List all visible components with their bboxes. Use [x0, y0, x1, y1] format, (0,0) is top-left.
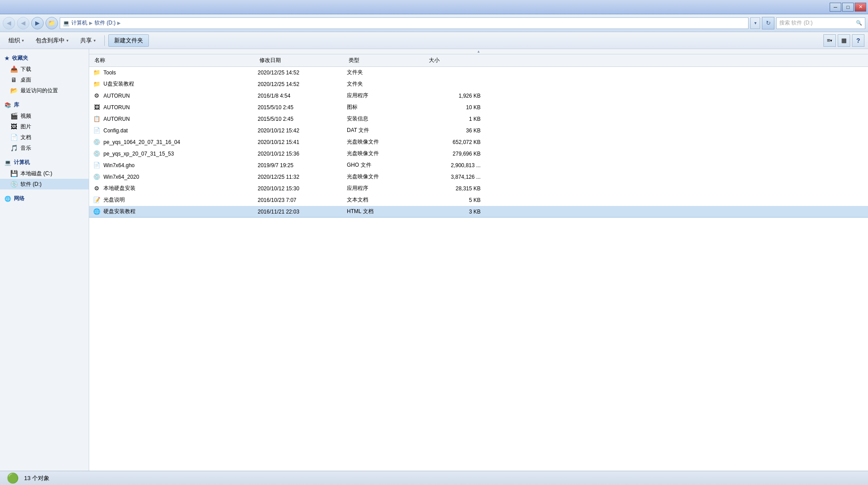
file-cell-date: 2016/11/21 22:03 — [258, 209, 347, 215]
minimize-button[interactable]: ─ — [830, 3, 841, 12]
file-row[interactable]: 📄 Config.dat 2020/10/12 15:42 DAT 文件 36 … — [89, 125, 868, 136]
view-dropdown-icon: ▾ — [830, 38, 832, 43]
sidebar-item-drive-d[interactable]: 💿软件 (D:) — [0, 179, 89, 189]
file-cell-name: 📁 Tools — [93, 69, 258, 77]
file-cell-size: 10 KB — [427, 104, 481, 111]
file-row[interactable]: 📋 AUTORUN 2015/5/10 2:45 安装信息 1 KB — [89, 113, 868, 125]
file-name: U盘安装教程 — [103, 80, 134, 88]
address-path[interactable]: 💻 计算机 ▶ 软件 (D:) ▶ — [60, 17, 749, 29]
sidebar-section-header-computer[interactable]: 💻计算机 — [0, 157, 89, 168]
column-headers: 名称 修改日期 类型 大小 — [89, 54, 868, 67]
sidebar-section-computer: 💻计算机💾本地磁盘 (C:)💿软件 (D:) — [0, 157, 89, 189]
organize-label: 组织 — [8, 37, 20, 45]
file-row[interactable]: 💿 Win7x64_2020 2020/12/25 11:32 光盘映像文件 3… — [89, 171, 868, 183]
sidebar-section-header-favorites[interactable]: ★收藏夹 — [0, 53, 89, 64]
folder-icon: 📁 — [48, 20, 55, 26]
sidebar-section-favorites: ★收藏夹📥下载🖥桌面📂最近访问的位置 — [0, 53, 89, 96]
sidebar-item-icon-drive-d: 💿 — [10, 180, 18, 188]
file-icon: ⚙ — [93, 92, 101, 100]
file-cell-name: 📁 U盘安装教程 — [93, 80, 258, 88]
sidebar-item-image[interactable]: 🖼图片 — [0, 121, 89, 132]
file-name: AUTORUN — [103, 104, 130, 111]
sidebar-section-header-library[interactable]: 📚库 — [0, 99, 89, 111]
path-arrow-1: ▶ — [89, 21, 93, 25]
help-button[interactable]: ? — [852, 34, 864, 47]
sidebar-item-drive-c[interactable]: 💾本地磁盘 (C:) — [0, 168, 89, 179]
file-cell-date: 2016/10/23 7:07 — [258, 197, 347, 203]
share-button[interactable]: 共享 ▾ — [75, 34, 101, 47]
file-row[interactable]: 📝 光盘说明 2016/10/23 7:07 文本文档 5 KB — [89, 194, 868, 206]
back-button-2[interactable]: ◀ — [17, 17, 29, 29]
file-row[interactable]: 💿 pe_yqs_1064_20_07_31_16_04 2020/10/12 … — [89, 136, 868, 148]
back-button[interactable]: ◀ — [3, 17, 15, 29]
file-name: 硬盘安装教程 — [103, 208, 136, 215]
sidebar-item-label-video: 视频 — [21, 112, 31, 120]
sidebar-section-header-network[interactable]: 🌐网络 — [0, 193, 89, 204]
close-button[interactable]: ✕ — [855, 3, 866, 12]
file-row[interactable]: 🖼 AUTORUN 2015/5/10 2:45 图标 10 KB — [89, 102, 868, 113]
search-box[interactable]: 搜索 软件 (D:) 🔍 — [776, 17, 865, 29]
view-icon: ≡ — [827, 37, 831, 44]
refresh-button[interactable]: ↻ — [762, 17, 774, 29]
sidebar-item-desktop[interactable]: 🖥桌面 — [0, 74, 89, 85]
file-row[interactable]: ⚙ 本地硬盘安装 2020/10/12 15:30 应用程序 28,315 KB — [89, 183, 868, 194]
layout-button[interactable]: ▦ — [838, 34, 850, 47]
file-cell-type: 光盘映像文件 — [347, 173, 427, 181]
file-cell-name: 📋 AUTORUN — [93, 115, 258, 123]
file-cell-size: 1,926 KB — [427, 93, 481, 99]
column-header-date[interactable]: 修改日期 — [258, 57, 347, 64]
file-row[interactable]: 📄 Win7x64.gho 2019/9/7 19:25 GHO 文件 2,90… — [89, 160, 868, 171]
search-placeholder: 搜索 软件 (D:) — [779, 19, 813, 27]
include-library-button[interactable]: 包含到库中 ▾ — [31, 34, 74, 47]
column-header-size[interactable]: 大小 — [427, 57, 481, 64]
file-icon: 💿 — [93, 150, 101, 158]
new-folder-button[interactable]: 新建文件夹 — [108, 34, 149, 47]
sidebar-item-recent[interactable]: 📂最近访问的位置 — [0, 85, 89, 96]
sidebar-item-label-document: 文档 — [21, 134, 31, 141]
sidebar-item-video[interactable]: 🎬视频 — [0, 111, 89, 121]
file-row[interactable]: 💿 pe_yqs_xp_20_07_31_15_53 2020/10/12 15… — [89, 148, 868, 160]
section-label-favorites: 收藏夹 — [12, 54, 28, 62]
forward-icon: ▶ — [35, 20, 40, 26]
file-cell-date: 2019/9/7 19:25 — [258, 162, 347, 169]
organize-button[interactable]: 组织 ▾ — [4, 34, 29, 47]
file-name: Win7x64.gho — [103, 162, 135, 169]
file-cell-size: 5 KB — [427, 197, 481, 203]
toolbar: 组织 ▾ 包含到库中 ▾ 共享 ▾ 新建文件夹 ≡ ▾ ▦ ? — [0, 32, 868, 49]
new-folder-label: 新建文件夹 — [114, 37, 143, 44]
view-options-button[interactable]: ≡ ▾ — [823, 34, 836, 47]
folder-up-button[interactable]: 📁 — [45, 17, 58, 29]
sidebar-item-label-download: 下载 — [21, 66, 31, 73]
sidebar-item-label-recent: 最近访问的位置 — [21, 87, 58, 95]
column-header-name[interactable]: 名称 — [93, 57, 258, 64]
sidebar-item-document[interactable]: 📄文档 — [0, 132, 89, 143]
file-name: Win7x64_2020 — [103, 174, 139, 180]
file-cell-type: 文本文档 — [347, 196, 427, 204]
sidebar-item-label-drive-c: 本地磁盘 (C:) — [21, 170, 52, 177]
file-icon: 📁 — [93, 80, 101, 88]
file-row[interactable]: ⚙ AUTORUN 2016/1/8 4:54 应用程序 1,926 KB — [89, 90, 868, 102]
file-row[interactable]: 🌐 硬盘安装教程 2016/11/21 22:03 HTML 文档 3 KB — [89, 206, 868, 218]
sidebar-item-label-music: 音乐 — [21, 144, 31, 152]
toolbar-right: ≡ ▾ ▦ ? — [823, 34, 864, 47]
layout-icon: ▦ — [841, 37, 847, 44]
file-icon: 📋 — [93, 115, 101, 123]
sidebar-item-music[interactable]: 🎵音乐 — [0, 143, 89, 153]
file-name: AUTORUN — [103, 93, 130, 99]
address-dropdown-button[interactable]: ▾ — [750, 17, 760, 29]
file-cell-date: 2020/12/25 14:52 — [258, 70, 347, 76]
sidebar-item-download[interactable]: 📥下载 — [0, 64, 89, 74]
maximize-button[interactable]: □ — [842, 3, 854, 12]
file-icon: 📄 — [93, 161, 101, 169]
file-row[interactable]: 📁 U盘安装教程 2020/12/25 14:52 文件夹 — [89, 78, 868, 90]
file-row[interactable]: 📁 Tools 2020/12/25 14:52 文件夹 — [89, 67, 868, 78]
column-header-type[interactable]: 类型 — [347, 57, 427, 64]
sidebar-item-icon-music: 🎵 — [10, 144, 18, 152]
forward-button[interactable]: ▶ — [31, 17, 44, 29]
dropdown-arrow-icon: ▾ — [754, 21, 757, 25]
sidebar-section-library: 📚库🎬视频🖼图片📄文档🎵音乐 — [0, 99, 89, 153]
file-cell-type: GHO 文件 — [347, 161, 427, 169]
title-bar-controls: ─ □ ✕ — [830, 3, 866, 12]
status-app-icon: 🟢 — [5, 471, 20, 485]
file-cell-name: 🌐 硬盘安装教程 — [93, 208, 258, 216]
